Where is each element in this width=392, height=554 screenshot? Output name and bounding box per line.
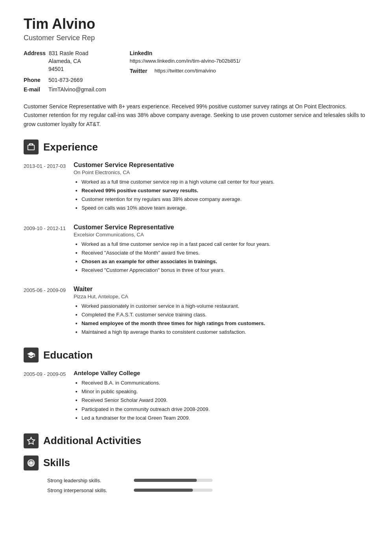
twitter-value: https://twitter.com/timalvino (154, 68, 216, 74)
twitter-row: Twitter https://twitter.com/timalvino (129, 68, 240, 74)
bullet-item: Customer retention for my regulars was 3… (81, 195, 368, 204)
phone-value: 501-873-2669 (48, 77, 83, 83)
bullet-item: Worked as a full time customer service r… (81, 240, 368, 249)
candidate-job-title: Customer Service Rep (24, 34, 368, 42)
bullet-item: Chosen as an example for other associate… (81, 257, 368, 266)
entry-company: Excelsior Communications, CA (74, 232, 368, 238)
skills-container: Strong leadership skills. Strong interpe… (24, 478, 368, 493)
skill-bar-background (134, 479, 213, 482)
skill-bar-fill (134, 479, 197, 482)
entry-bullets: Worked as a full time customer service r… (74, 240, 368, 275)
summary-text: Customer Service Representative with 8+ … (24, 102, 368, 128)
experience-container: 2013-01 - 2017-03 Customer Service Repre… (24, 162, 368, 336)
twitter-label: Twitter (129, 68, 151, 74)
entry-dates: 2013-01 - 2017-03 (24, 162, 66, 212)
email-label: E-mail (24, 86, 45, 93)
entry-bullets: Worked as a full time customer service r… (74, 178, 368, 212)
experience-section-header: Experience (24, 139, 368, 154)
entry-content: Customer Service Representative On Point… (74, 162, 368, 212)
skills-gear-icon (27, 459, 35, 467)
experience-entry: 2013-01 - 2017-03 Customer Service Repre… (24, 162, 368, 212)
experience-entry: 2005-06 - 2009-09 Waiter Pizza Hut, Ante… (24, 286, 368, 336)
additional-icon (24, 433, 39, 448)
address-label: Address (24, 50, 46, 56)
bullet-item: Received "Customer Appreciation" bonus i… (81, 266, 368, 275)
experience-entry: 2009-10 - 2012-11 Customer Service Repre… (24, 224, 368, 275)
additional-section-header: Additional Activities (24, 433, 368, 448)
skills-icon (24, 455, 39, 470)
education-bullets: Received B.A. in Communications.Minor in… (74, 379, 368, 422)
education-section-header: Education (24, 348, 368, 363)
bullet-item: Maintained a high tip average thanks to … (81, 328, 368, 336)
skills-title: Skills (43, 457, 70, 469)
entry-job-title: Customer Service Representative (74, 224, 368, 231)
skill-row: Strong leadership skills. (47, 478, 368, 483)
linkedin-row: LinkedIn (129, 50, 240, 56)
education-title: Education (43, 349, 93, 361)
bullet-item: Received "Associate of the Month" award … (81, 249, 368, 257)
contact-left: Address 831 Rasle Road Alameda, CA 94501… (24, 50, 106, 93)
linkedin-value: https://www.linkedin.com/in/tim-alvino-7… (129, 58, 240, 64)
education-icon (24, 348, 39, 363)
institution-name: Antelope Valley College (74, 370, 368, 376)
contact-right: LinkedIn https://www.linkedin.com/in/tim… (129, 50, 240, 93)
bullet-item: Participated in the community outreach d… (81, 405, 368, 414)
skill-bar-fill (134, 489, 193, 492)
entry-job-title: Waiter (74, 286, 368, 293)
experience-title: Experience (43, 141, 98, 153)
bullet-item: Received B.A. in Communications. (81, 379, 368, 387)
bullet-item: Speed on calls was 10% above team averag… (81, 204, 368, 212)
bullet-item: Named employee of the month three times … (81, 319, 368, 328)
education-container: 2005-09 - 2009-05 Antelope Valley Colleg… (24, 370, 368, 422)
bullet-item: Completed the F.A.S.T. customer service … (81, 310, 368, 319)
experience-icon (24, 139, 39, 154)
education-entry: 2005-09 - 2009-05 Antelope Valley Colleg… (24, 370, 368, 422)
address-line2: Alameda, CA (24, 58, 106, 64)
briefcase-icon (27, 143, 35, 151)
address-row: Address 831 Rasle Road (24, 50, 106, 56)
bullet-item: Worked passionately in customer service … (81, 302, 368, 310)
linkedin-label: LinkedIn (129, 50, 152, 56)
skill-label: Strong leadership skills. (47, 478, 126, 483)
bullet-item: Worked as a full time customer service r… (81, 178, 368, 186)
entry-bullets: Worked passionately in customer service … (74, 302, 368, 336)
phone-label: Phone (24, 77, 45, 83)
additional-title: Additional Activities (43, 435, 141, 447)
svg-point-0 (30, 462, 32, 464)
entry-content: Customer Service Representative Excelsio… (74, 224, 368, 275)
bullet-item: Received Senior Scholar Award 2009. (81, 396, 368, 405)
entry-company: Pizza Hut, Antelope, CA (74, 294, 368, 299)
bullet-item: Minor in public speaking. (81, 387, 368, 396)
entry-content: Antelope Valley College Received B.A. in… (74, 370, 368, 422)
entry-company: On Point Electronics, CA (74, 169, 368, 175)
contact-section: Address 831 Rasle Road Alameda, CA 94501… (24, 50, 368, 93)
entry-dates: 2005-09 - 2009-05 (24, 370, 66, 422)
skill-bar-background (134, 489, 213, 492)
bullet-item: Received 99% positive customer survey re… (81, 186, 368, 195)
email-value: TimTAlvino@gmail.com (48, 86, 106, 93)
skill-row: Strong interpersonal skills. (47, 487, 368, 493)
candidate-name: Tim Alvino (24, 16, 368, 32)
email-row: E-mail TimTAlvino@gmail.com (24, 86, 106, 93)
entry-dates: 2009-10 - 2012-11 (24, 224, 66, 275)
bullet-item: Led a fundraiser for the local Green Tea… (81, 414, 368, 422)
phone-row: Phone 501-873-2669 (24, 77, 106, 83)
skills-section-header: Skills (24, 455, 368, 470)
entry-content: Waiter Pizza Hut, Antelope, CA Worked pa… (74, 286, 368, 336)
entry-job-title: Customer Service Representative (74, 162, 368, 169)
skill-label: Strong interpersonal skills. (47, 487, 126, 493)
star-icon (27, 437, 35, 445)
entry-dates: 2005-06 - 2009-09 (24, 286, 66, 336)
address-line3: 94501 (24, 66, 106, 72)
address-line1: 831 Rasle Road (49, 50, 88, 56)
graduation-icon (27, 351, 35, 359)
